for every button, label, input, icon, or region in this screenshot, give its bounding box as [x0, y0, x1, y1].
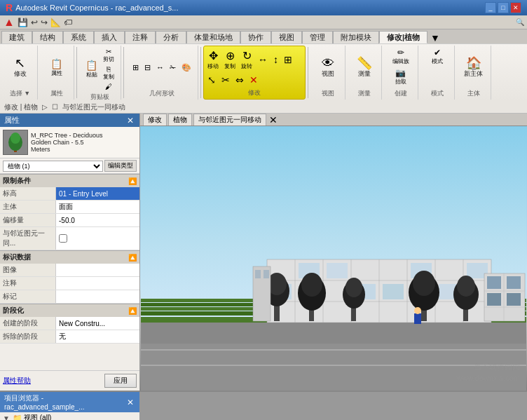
rotate-btn[interactable]: ↻ 旋转 [239, 48, 254, 71]
paste-btn[interactable]: 📋 粘贴 [83, 59, 100, 79]
delete-btn[interactable]: ✕ [247, 74, 260, 86]
close-button[interactable]: ✕ [510, 2, 521, 13]
properties-icon: 📋 [50, 58, 62, 69]
constraints-section[interactable]: 限制条件 🔼 [0, 174, 139, 187]
paint-btn[interactable]: 🎨 [179, 62, 193, 73]
tree-views-all[interactable]: ▼ 📁 视图 (all) [0, 412, 139, 420]
phase-section[interactable]: 阶段化 🔼 [0, 304, 139, 317]
tab-zhushi[interactable]: 注释 [125, 31, 156, 43]
apply-button[interactable]: 应用 [104, 374, 137, 388]
ribbon-group-modify: ✥ 移动 ⊕ 复制 ↻ 旋转 ↔ ↕ ⊞ ⤡ [203, 46, 306, 100]
mode-group-label: 模式 [431, 88, 444, 98]
unjoin-btn[interactable]: ⊟ [142, 62, 153, 73]
maximize-button[interactable]: □ [498, 2, 509, 13]
elevation-value[interactable]: 01 - Entry Level [56, 187, 139, 200]
edit-family-btn[interactable]: ✏ 编辑族 [390, 47, 411, 66]
viewport-tab-more[interactable]: ✕ [266, 114, 280, 126]
properties-spacer [0, 344, 139, 370]
project-browser-close[interactable]: ✕ [125, 398, 135, 407]
tab-xiugai-zhiwu[interactable]: 修改|植物 [379, 31, 427, 43]
sep3 [200, 47, 201, 98]
tab-fujiamokuai[interactable]: 附加模块 [333, 31, 379, 43]
tab-guanli[interactable]: 管理 [302, 31, 333, 43]
undo-icon[interactable]: ↩ [30, 17, 39, 28]
help-link[interactable]: 属性帮助 [3, 376, 31, 386]
mirror-y-btn[interactable]: ↕ [271, 53, 280, 66]
location-path: 修改 | 植物 [4, 102, 38, 112]
properties-panel: 属性 ✕ M_RPC Tree - Deciduous Golden Chain… [0, 114, 140, 391]
save-icon[interactable]: 💾 [17, 17, 29, 28]
mark-value[interactable] [56, 290, 139, 303]
tab-jianzu[interactable]: 建筑 [1, 31, 32, 43]
copy-btn[interactable]: ⎘ 复制 [101, 65, 116, 81]
scale-btn[interactable]: ⤡ [205, 74, 218, 86]
tab-tili[interactable]: 体量和场地 [186, 31, 240, 43]
offset-value[interactable]: -50.0 [56, 214, 139, 226]
prop-row-image: 图像 [0, 264, 139, 277]
phase-label: 阶段化 [3, 306, 24, 316]
window-controls[interactable]: _ □ ✕ [485, 2, 521, 13]
prop-row-offset: 偏移量 -50.0 [0, 214, 139, 227]
neighbor-checkbox[interactable] [59, 234, 67, 243]
app-menu-icon[interactable]: ▲ [3, 15, 15, 29]
measure-icon[interactable]: 📐 [50, 17, 62, 28]
tab-jiegou[interactable]: 结构 [32, 31, 63, 43]
tab-shitu[interactable]: 视图 [271, 31, 302, 43]
new-host-btn[interactable]: 🏠 新主体 [463, 55, 485, 80]
options-icon[interactable]: ▼ [427, 32, 443, 43]
array-btn[interactable]: ⊞ [282, 53, 294, 66]
tab-zhiwu[interactable]: 植物 [168, 114, 192, 126]
edit-type-button[interactable]: 编辑类型 [104, 160, 137, 172]
ribbon-group-host: 🏠 新主体 主体 [456, 46, 491, 100]
properties-btn[interactable]: 📋 属性 [48, 57, 64, 78]
folder-icon: 📁 [13, 414, 22, 421]
join-btn[interactable]: ⊞ [130, 62, 141, 73]
location-constraint-checkbox[interactable]: ☐ [52, 103, 58, 111]
prop-row-created-phase: 创建的阶段 New Constru... [0, 317, 139, 330]
ribbon-group-mode: ✔ 模式 模式 [420, 46, 455, 100]
matchprop-btn[interactable]: 🖌 [101, 82, 116, 91]
modify-icon: ↖ [15, 57, 25, 69]
tab-yidongyuansu[interactable]: 与邻近图元一同移动 [193, 114, 266, 126]
redo-icon[interactable]: ↪ [40, 17, 48, 28]
move-btn[interactable]: ✥ 移动 [205, 48, 221, 71]
demo-phase-value[interactable]: 无 [56, 330, 139, 343]
view-group-label: 视图 [322, 88, 334, 98]
properties-close-icon[interactable]: ✕ [125, 116, 135, 126]
finish-mode-btn[interactable]: ✔ 模式 [430, 47, 445, 66]
svg-point-43 [457, 276, 475, 297]
paint-icon: 🎨 [182, 63, 191, 72]
instance-dropdown[interactable]: 植物 (1) [3, 161, 103, 172]
created-phase-value[interactable]: New Constru... [56, 317, 139, 330]
svg-rect-49 [507, 276, 521, 289]
image-value[interactable] [56, 264, 139, 276]
mirror-x-btn[interactable]: ↔ [256, 53, 270, 66]
trim-btn[interactable]: ✂ [219, 74, 232, 86]
connect-btn[interactable]: ↔ [154, 62, 166, 72]
tab-xiugai[interactable]: 修改 [143, 114, 167, 126]
measure-btn[interactable]: 📏 测量 [353, 55, 376, 80]
svg-rect-23 [327, 263, 348, 278]
cut-geom-btn[interactable]: ✁ [167, 62, 178, 73]
identity-section[interactable]: 标识数据 🔼 [0, 250, 139, 264]
neighbor-value[interactable] [56, 227, 139, 250]
tab-xitong[interactable]: 系统 [63, 31, 94, 43]
viewport-tabs: 修改 植物 与邻近图元一同移动 ✕ [140, 114, 527, 126]
tab-hezuo[interactable]: 协作 [240, 31, 271, 43]
viewport[interactable]: 修改 植物 与邻近图元一同移动 ✕ [140, 114, 527, 391]
app-title: Autodesk Revit Copernicus - rac_advanced… [15, 4, 178, 12]
svg-point-37 [345, 278, 362, 297]
host-value[interactable]: 面面 [56, 201, 139, 213]
ribbon-group-measure: 📏 测量 测量 [347, 46, 382, 100]
tag-icon[interactable]: 🏷 [63, 17, 73, 28]
view-btn[interactable]: 👁 视图 [317, 55, 339, 80]
tab-fenxi[interactable]: 分析 [156, 31, 186, 43]
comment-value[interactable] [56, 277, 139, 290]
cut-btn[interactable]: ✂ 剪切 [101, 47, 116, 64]
modify-button[interactable]: ↖ 修改 [9, 55, 32, 80]
offset-btn[interactable]: ⇔ [233, 74, 246, 86]
copy-move-btn[interactable]: ⊕ 复制 [222, 48, 238, 71]
capture-btn[interactable]: 📷 抬取 [393, 67, 409, 86]
minimize-button[interactable]: _ [485, 2, 496, 13]
tab-charu[interactable]: 插入 [94, 31, 125, 43]
